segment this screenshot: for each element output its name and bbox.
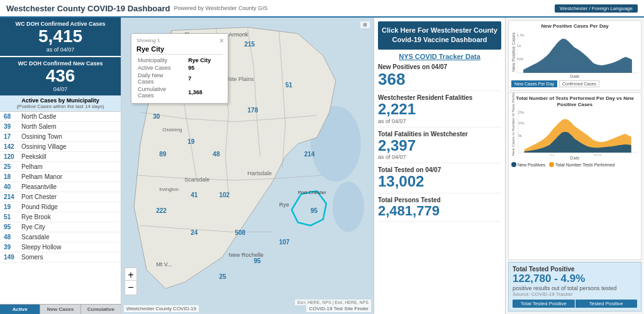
new-cases-date: 04/07 bbox=[5, 86, 116, 92]
stat-persons-tested-label: Total Persons Tested bbox=[378, 197, 501, 203]
list-item[interactable]: 51Rye Brook bbox=[0, 212, 121, 222]
svg-text:Jul: Jul bbox=[549, 154, 554, 156]
list-item[interactable]: 68North Castle bbox=[0, 112, 121, 122]
svg-text:107: 107 bbox=[279, 239, 290, 246]
tab-active[interactable]: Active bbox=[0, 305, 40, 314]
dashboard-title: Westchester County COVID-19 Dashboard bbox=[6, 4, 170, 13]
list-item[interactable]: 149Somers bbox=[0, 252, 121, 263]
stat-total-fatalities: Total Fatalities in Westchester 2,397 as… bbox=[378, 131, 501, 163]
list-item[interactable]: 39North Salem bbox=[0, 122, 121, 132]
bottom-tab-tested-positive[interactable]: Total Tested Positive bbox=[513, 300, 575, 308]
popup-close-button[interactable]: × bbox=[219, 36, 224, 45]
chart2-y-label: New Cases or Number of Tests Performed bbox=[511, 109, 516, 156]
chart1-container: New Positive Cases Per Day New Positive … bbox=[508, 20, 641, 90]
active-cases-box: WC DOH Confirmed Active Cases 5,415 as o… bbox=[0, 18, 121, 56]
bottom-stat-value: 122,780 - 4.9% bbox=[513, 273, 637, 285]
bottom-tab-tested[interactable]: Tested Positive bbox=[575, 300, 638, 308]
list-item[interactable]: 214Port Chester bbox=[0, 192, 121, 202]
svg-text:178: 178 bbox=[248, 107, 258, 114]
chart1-tab-new-cases[interactable]: New Cases Per Day bbox=[511, 80, 557, 87]
dashboard-subtitle: Powered by Westchester County GIS bbox=[174, 5, 268, 11]
svg-text:1.5k: 1.5k bbox=[517, 33, 525, 37]
svg-text:41: 41 bbox=[191, 192, 198, 198]
list-item[interactable]: 18Pelham Manor bbox=[0, 172, 121, 182]
popup-row-active: Active Cases 95 bbox=[136, 64, 223, 72]
svg-text:215: 215 bbox=[244, 41, 255, 48]
stat-total-tested-value: 13,002 bbox=[378, 173, 501, 190]
stat-new-positives: New Positives on 04/07 368 bbox=[378, 63, 501, 92]
legend-new-positives: New Positives bbox=[511, 162, 545, 167]
svg-text:48: 48 bbox=[213, 151, 220, 158]
list-item[interactable]: 48Scarsdale bbox=[0, 232, 121, 242]
bottom-stat-box: Total Tested Positive 122,780 - 4.9% pos… bbox=[508, 262, 641, 311]
list-item[interactable]: 19Pound Ridge bbox=[0, 202, 121, 212]
popup-row-cumulative: CumulativeCases 1,368 bbox=[136, 85, 223, 99]
svg-text:95: 95 bbox=[311, 207, 318, 214]
map-esri: Esri, HERE, NPS | Esri, HERE, NPS bbox=[295, 300, 371, 305]
stat-total-fatalities-date: as of 04/07 bbox=[378, 154, 501, 160]
chart1-x-label: Date bbox=[511, 74, 638, 78]
stat-resident-fatalities: Westchester Resident Fatalities 2,221 as… bbox=[378, 94, 501, 127]
svg-text:15k: 15k bbox=[518, 121, 525, 125]
chart1-svg: 1.5k 1k 500 Jul 2021 bbox=[517, 30, 638, 74]
new-cases-box: WC DOH Confirmed New Cases 436 04/07 bbox=[0, 57, 121, 95]
svg-text:Irvington: Irvington bbox=[159, 187, 179, 192]
svg-text:95: 95 bbox=[254, 257, 262, 264]
chart2-x-label: Date bbox=[511, 156, 638, 160]
svg-text:102: 102 bbox=[219, 192, 230, 198]
svg-text:89: 89 bbox=[159, 151, 167, 158]
svg-text:5k: 5k bbox=[518, 134, 522, 138]
active-cases-value: 5,415 bbox=[5, 27, 116, 46]
list-item[interactable]: 120Peekskill bbox=[0, 152, 121, 162]
list-item[interactable]: 95Rye City bbox=[0, 222, 121, 232]
stat-persons-tested: Total Persons Tested 2,481,779 bbox=[378, 197, 501, 222]
zoom-out-button[interactable]: − bbox=[125, 280, 137, 295]
svg-text:222: 222 bbox=[156, 207, 167, 214]
chart2-container: Total Number of Tests Performed Per Day … bbox=[508, 92, 641, 260]
svg-text:508: 508 bbox=[235, 229, 245, 236]
chart1-tab-confirmed[interactable]: Confirmed Cases bbox=[559, 80, 599, 87]
stats-panel: Click Here For Westchester County Covid-… bbox=[374, 18, 506, 314]
tab-cumulative[interactable]: Cumulative bbox=[81, 305, 121, 314]
chart1-area: New Positive Cases 1.5k 1k 500 Jul 202 bbox=[511, 30, 638, 74]
list-item[interactable]: 17Ossining Town bbox=[0, 132, 121, 142]
bottom-tab-bar: Total Tested Positive Tested Positive bbox=[513, 300, 637, 308]
svg-text:19: 19 bbox=[187, 138, 195, 145]
legend-dot-yellow bbox=[549, 162, 554, 167]
bottom-stat-source: Source: COVID-19 Tracker bbox=[513, 291, 637, 297]
popup-table: Municipality Rye City Active Cases 95 Da… bbox=[136, 57, 223, 99]
new-cases-value: 436 bbox=[5, 67, 116, 86]
vaccine-link-button[interactable]: Click Here For Westchester County Covid-… bbox=[378, 21, 501, 50]
muni-header-text: Active Cases by Municipality bbox=[4, 97, 117, 104]
svg-text:Armonk: Armonk bbox=[228, 31, 248, 38]
stat-new-positives-value: 368 bbox=[378, 70, 501, 89]
tab-new-cases[interactable]: New Cases bbox=[40, 305, 80, 314]
active-cases-date: as of 04/07 bbox=[5, 46, 116, 53]
svg-text:51: 51 bbox=[286, 82, 293, 89]
list-item[interactable]: 39Sleepy Hollow bbox=[0, 242, 121, 252]
tab-bar: Active New Cases Cumulative bbox=[0, 304, 121, 314]
chart1-tab-bar: New Cases Per Day Confirmed Cases bbox=[511, 80, 638, 87]
popup-row-daily: Daily NewCases 7 bbox=[136, 72, 223, 85]
map-label-left: Westchester County COVID-19 bbox=[124, 305, 199, 312]
svg-text:500: 500 bbox=[517, 57, 524, 61]
map-panel: 68 215 51 325 178 30 89 19 48 214 222 41… bbox=[121, 18, 374, 314]
map-label-right: COVID-19 Test Site Finder bbox=[306, 305, 371, 312]
chart2-title: Total Number of Tests Performed Per Day … bbox=[511, 95, 638, 107]
stat-resident-fatalities-date: as of 04/07 bbox=[378, 118, 501, 124]
tracker-link[interactable]: NYS COVID Tracker Data bbox=[378, 53, 501, 60]
list-item[interactable]: 142Ossining Village bbox=[0, 142, 121, 152]
map-popup: Showing 1 × Rye City Municipality Rye Ci… bbox=[131, 33, 228, 104]
bottom-stat-title: Total Tested Positive bbox=[513, 266, 637, 273]
legend-label-blue: New Positives bbox=[518, 163, 545, 167]
muni-header: Active Cases by Municipality (Positive C… bbox=[0, 95, 121, 112]
list-item[interactable]: 40Pleasantville bbox=[0, 182, 121, 192]
svg-text:Port Chester: Port Chester bbox=[298, 190, 326, 195]
bottom-stat-desc: positive results out of total persons te… bbox=[513, 285, 637, 291]
svg-text:25k: 25k bbox=[518, 111, 525, 114]
svg-text:Rye: Rye bbox=[279, 202, 289, 208]
svg-text:2021: 2021 bbox=[593, 154, 602, 156]
chart2-area: New Cases or Number of Tests Performed 2… bbox=[511, 109, 638, 156]
list-item[interactable]: 25Pelham bbox=[0, 162, 121, 172]
left-panel: WC DOH Confirmed Active Cases 5,415 as o… bbox=[0, 18, 121, 314]
